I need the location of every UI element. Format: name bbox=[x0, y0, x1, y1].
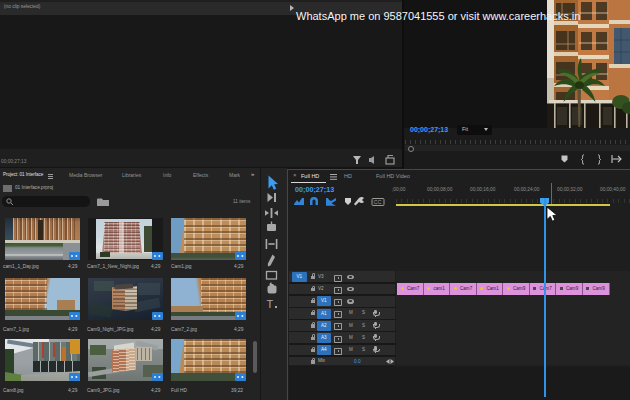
svg-text:T: T bbox=[267, 298, 274, 310]
svg-text:CC: CC bbox=[374, 199, 382, 205]
